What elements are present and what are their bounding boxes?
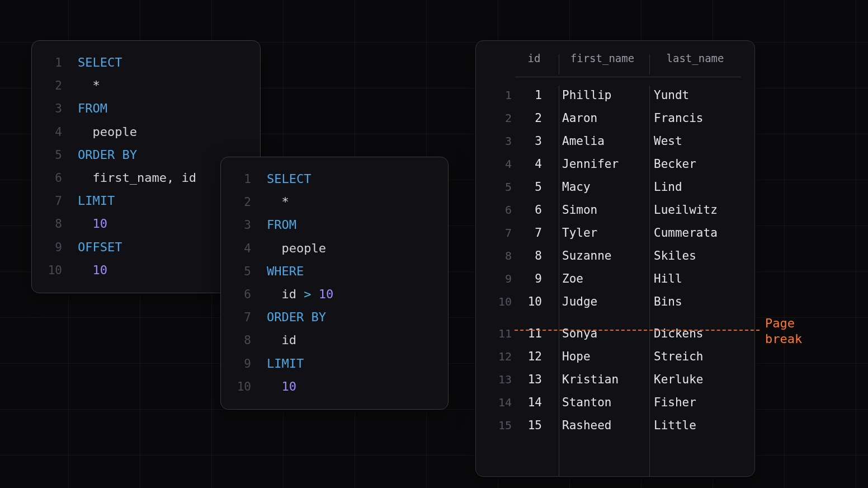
cell-last-name: Cummerata: [648, 226, 742, 240]
line-number: 4: [229, 237, 251, 260]
code-line: 8 id: [229, 329, 432, 351]
table-row: 33AmeliaWest: [476, 129, 754, 152]
row-number: 4: [476, 157, 512, 171]
table-row: 1515RasheedLittle: [476, 414, 754, 437]
table-header-row: id first_name last_name: [476, 52, 754, 74]
code-line: 8 10: [40, 212, 244, 235]
row-number: 10: [476, 295, 512, 308]
cell-last-name: Yundt: [648, 88, 742, 102]
code-line: 2 *: [40, 74, 244, 97]
cell-last-name: Bins: [648, 295, 742, 308]
code-line: 9OFFSET: [40, 236, 244, 259]
table-row: 66SimonLueilwitz: [476, 198, 754, 221]
cell-first-name: Hope: [556, 350, 648, 363]
cell-id: 3: [512, 134, 556, 148]
cell-id: 12: [512, 350, 556, 363]
code-line: 7ORDER BY: [229, 306, 432, 329]
table-row: 22AaronFrancis: [476, 106, 754, 129]
row-number: 15: [476, 419, 512, 432]
cell-first-name: Phillip: [556, 88, 648, 102]
code-line: 4 people: [229, 237, 432, 260]
token-kw: LIMIT: [267, 352, 304, 375]
cell-first-name: Zoe: [556, 272, 648, 285]
cell-id: 8: [512, 249, 556, 262]
cell-last-name: Dickens: [648, 327, 742, 340]
cell-id: 4: [512, 157, 556, 171]
cell-id: 9: [512, 272, 556, 285]
cell-last-name: Becker: [648, 157, 742, 171]
header-divider: [515, 77, 741, 77]
token-kw: LIMIT: [78, 189, 115, 212]
cell-first-name: Judge: [556, 295, 648, 308]
token-ident: id: [282, 283, 304, 306]
token-ident: people: [282, 237, 326, 260]
line-number: 4: [40, 121, 62, 144]
page-break-label: Page break: [765, 316, 802, 347]
row-number: 14: [476, 396, 512, 409]
token-kw: ORDER BY: [78, 143, 137, 166]
line-number: 2: [40, 74, 62, 97]
table-row: 88SuzanneSkiles: [476, 244, 754, 267]
table-row: 55MacyLind: [476, 175, 754, 198]
col-header-last-name: last_name: [648, 52, 742, 64]
code-line: 1SELECT: [229, 167, 432, 190]
cell-first-name: Sonya: [556, 327, 648, 340]
line-number: 1: [229, 168, 251, 191]
token-op: >: [304, 283, 319, 306]
row-number: 5: [476, 180, 512, 194]
cell-last-name: Hill: [648, 272, 742, 285]
row-number: 3: [476, 134, 512, 148]
code-line: 6 first_name, id: [40, 166, 244, 189]
cell-last-name: Streich: [648, 350, 742, 363]
row-number: 11: [476, 327, 512, 340]
table-row: 77TylerCummerata: [476, 221, 754, 244]
cell-id: 14: [512, 396, 556, 409]
results-table: id first_name last_name 11PhillipYundt22…: [475, 40, 755, 477]
row-number: 7: [476, 226, 512, 240]
line-number: 2: [229, 191, 251, 214]
line-number: 8: [40, 213, 62, 236]
line-number: 8: [229, 329, 251, 352]
token-kw: SELECT: [267, 167, 311, 190]
table-row: 44JenniferBecker: [476, 152, 754, 175]
line-number: 10: [229, 376, 251, 398]
token-num: 10: [93, 212, 108, 235]
row-number: 8: [476, 249, 512, 262]
line-number: 1: [40, 51, 62, 74]
cell-last-name: Fisher: [648, 396, 742, 409]
cell-id: 1: [512, 88, 556, 102]
cell-last-name: Skiles: [648, 249, 742, 262]
line-number: 9: [40, 236, 62, 259]
cell-last-name: Lind: [648, 180, 742, 194]
row-number: 12: [476, 350, 512, 363]
token-star: *: [93, 74, 100, 97]
token-kw: OFFSET: [78, 236, 122, 259]
cell-first-name: Amelia: [556, 134, 648, 148]
code-line: 3FROM: [229, 213, 432, 236]
line-number: 7: [40, 190, 62, 213]
row-number: 1: [476, 88, 512, 102]
row-number: 2: [476, 111, 512, 125]
token-star: *: [282, 190, 289, 213]
token-kw: WHERE: [267, 260, 304, 283]
line-number: 9: [229, 353, 251, 376]
token-ident: id: [282, 329, 297, 351]
row-number: 6: [476, 203, 512, 217]
code-line: 4 people: [40, 120, 244, 143]
cell-first-name: Kristian: [556, 373, 648, 386]
line-number: 10: [40, 259, 62, 282]
code-line: 2 *: [229, 190, 432, 213]
line-number: 5: [40, 144, 62, 167]
cell-id: 15: [512, 419, 556, 432]
line-number: 6: [40, 167, 62, 190]
col-header-id: id: [512, 52, 556, 64]
row-number: 13: [476, 373, 512, 386]
row-number: 9: [476, 272, 512, 285]
cell-first-name: Macy: [556, 180, 648, 194]
line-number: 6: [229, 283, 251, 306]
cell-first-name: Rasheed: [556, 419, 648, 432]
cell-first-name: Simon: [556, 203, 648, 217]
line-number: 5: [229, 260, 251, 283]
col-divider-1a: [559, 54, 559, 74]
token-kw: FROM: [78, 97, 107, 120]
